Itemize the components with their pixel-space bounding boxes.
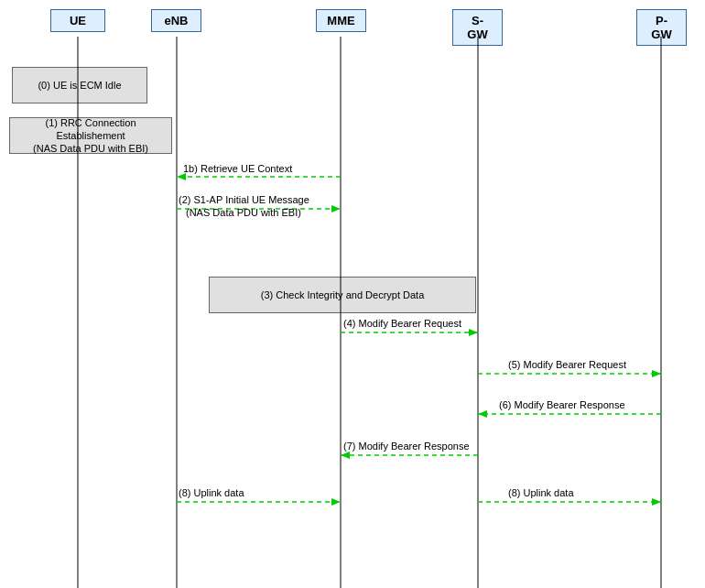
svg-text:(4) Modify Bearer Request: (4) Modify Bearer Request — [343, 318, 461, 329]
msg-check-integrity: (3) Check Integrity and Decrypt Data — [209, 277, 476, 313]
svg-marker-22 — [341, 452, 350, 459]
svg-text:(8) Uplink data: (8) Uplink data — [508, 487, 574, 498]
actor-sgw: S-GW — [452, 9, 503, 46]
svg-text:(7) Modify Bearer Response: (7) Modify Bearer Response — [343, 441, 470, 452]
svg-text:(5) Modify Bearer Request: (5) Modify Bearer Request — [508, 359, 626, 370]
svg-text:(8) Uplink data: (8) Uplink data — [179, 487, 244, 498]
svg-marker-13 — [469, 329, 478, 336]
svg-marker-19 — [478, 410, 487, 418]
sequence-diagram: UE eNB MME S-GW P-GW (0) UE is ECM Idle … — [0, 0, 705, 588]
msg-ecm-idle: (0) UE is ECM Idle — [12, 67, 147, 103]
svg-text:(NAS Data PDU with EBI): (NAS Data PDU with EBI) — [186, 207, 301, 218]
svg-marker-9 — [331, 205, 341, 212]
actor-mme: MME — [316, 9, 366, 32]
actor-pgw: P-GW — [636, 9, 687, 46]
msg-rrc-connection: (1) RRC Connection Establishement(NAS Da… — [9, 117, 172, 154]
svg-marker-25 — [331, 498, 341, 506]
actor-enb: eNB — [151, 9, 201, 32]
svg-marker-28 — [652, 498, 661, 506]
svg-text:(2) S1-AP Initial UE Message: (2) S1-AP Initial UE Message — [179, 194, 309, 205]
svg-marker-6 — [177, 173, 186, 180]
svg-text:1b) Retrieve UE Context: 1b) Retrieve UE Context — [183, 163, 292, 174]
svg-marker-16 — [652, 370, 661, 377]
actor-ue: UE — [50, 9, 105, 32]
svg-text:(6) Modify Bearer Response: (6) Modify Bearer Response — [499, 399, 625, 410]
